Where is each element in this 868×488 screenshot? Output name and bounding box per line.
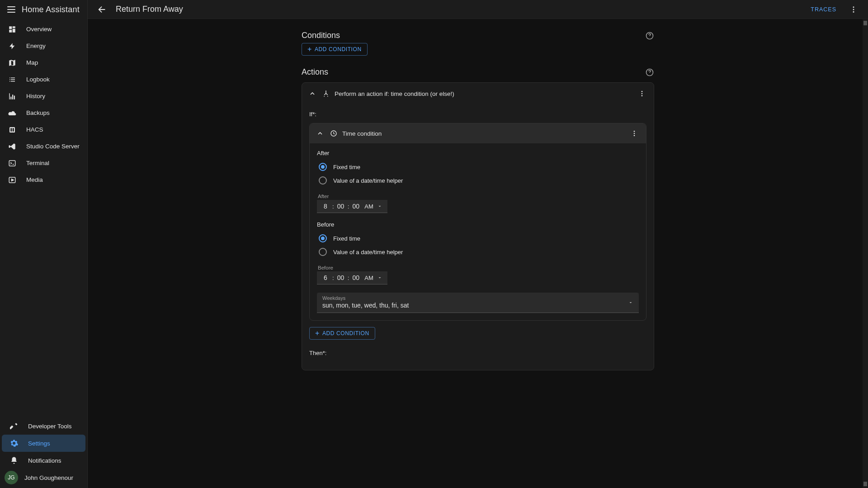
inner-add-condition-label: ADD CONDITION [322, 330, 369, 336]
radio-unchecked-icon [319, 248, 327, 256]
weekdays-label: Weekdays [322, 295, 633, 301]
sidebar-item-history[interactable]: History [0, 88, 87, 104]
add-condition-label: ADD CONDITION [315, 46, 362, 52]
radio-label: Fixed time [333, 164, 360, 171]
sidebar-item-logbook[interactable]: Logbook [0, 71, 87, 88]
sidebar-item-backups[interactable]: Backups [0, 104, 87, 121]
menu-toggle-icon[interactable] [7, 6, 15, 13]
bolt-icon [7, 43, 17, 50]
svg-rect-7 [9, 161, 15, 166]
weekdays-value: sun, mon, tue, wed, thu, fri, sat [322, 302, 633, 309]
if-label: If*: [309, 111, 646, 118]
gear-icon [9, 439, 19, 448]
avatar-icon: JG [5, 471, 18, 484]
after-helper-radio[interactable]: Value of a date/time helper [317, 174, 639, 187]
sidebar-item-label: Overview [26, 26, 52, 33]
content-scroll[interactable]: Conditions + ADD CONDITION Actions [88, 19, 868, 488]
time-separator: : [348, 203, 349, 210]
hacs-icon [7, 126, 17, 134]
app-bar: Return From Away TRACES [88, 0, 868, 19]
svg-point-9 [853, 6, 854, 8]
sidebar-item-notifications[interactable]: Notifications [2, 452, 85, 469]
before-hour-input[interactable] [321, 274, 330, 281]
chart-icon [7, 92, 17, 100]
svg-rect-4 [9, 127, 15, 133]
time-condition-card: Time condition After Fixed tim [309, 123, 646, 321]
collapse-button[interactable] [315, 128, 325, 138]
radio-label: Value of a date/time helper [333, 249, 403, 256]
ampm-dropdown-button[interactable] [377, 204, 382, 209]
sidebar-item-label: History [26, 93, 45, 99]
sidebar-item-label: Map [26, 59, 38, 66]
sidebar-item-label: Terminal [26, 160, 49, 166]
svg-rect-1 [13, 26, 15, 28]
page-title: Return From Away [116, 5, 183, 14]
back-button[interactable] [96, 3, 108, 16]
vscode-icon [7, 142, 17, 151]
actions-heading: Actions [302, 67, 328, 77]
sidebar-item-map[interactable]: Map [0, 54, 87, 71]
sidebar-item-label: Notifications [28, 457, 61, 464]
after-minute-input[interactable] [336, 203, 346, 210]
sidebar-item-developer-tools[interactable]: Developer Tools [2, 417, 85, 435]
after-fixed-time-radio[interactable]: Fixed time [317, 160, 639, 174]
sidebar-item-label: Developer Tools [28, 423, 72, 430]
before-helper-radio[interactable]: Value of a date/time helper [317, 245, 639, 259]
before-fixed-time-radio[interactable]: Fixed time [317, 232, 639, 245]
sidebar-user-profile[interactable]: JG John Goughenour [2, 469, 85, 486]
after-time-label: After [317, 194, 639, 199]
before-time-label: Before [317, 265, 639, 270]
scrollbar[interactable] [863, 19, 868, 488]
collapse-button[interactable] [307, 89, 317, 99]
action-card: Perform an action if: time condition (or… [302, 82, 654, 370]
after-time-input: : : AM [317, 200, 387, 213]
map-icon [7, 59, 17, 67]
sidebar-item-terminal[interactable]: Terminal [0, 155, 87, 171]
sidebar-item-media[interactable]: Media [0, 171, 87, 188]
svg-point-11 [853, 11, 854, 12]
radio-checked-icon [319, 234, 327, 242]
action-overflow-button[interactable] [636, 87, 648, 100]
before-second-input[interactable] [351, 274, 361, 281]
help-icon[interactable] [645, 31, 654, 40]
radio-checked-icon [319, 163, 327, 171]
before-label: Before [317, 221, 639, 228]
inner-add-condition-button[interactable]: + ADD CONDITION [309, 327, 375, 340]
overflow-menu-button[interactable] [847, 3, 860, 16]
action-card-title: Perform an action if: time condition (or… [335, 90, 631, 97]
wrench-icon [9, 422, 19, 430]
svg-point-19 [634, 133, 635, 134]
sidebar-item-label: HACS [26, 126, 43, 133]
condition-overflow-button[interactable] [628, 127, 641, 140]
time-separator: : [332, 275, 334, 281]
then-label: Then*: [309, 350, 646, 356]
help-icon[interactable] [645, 68, 654, 77]
after-second-input[interactable] [351, 203, 361, 210]
svg-rect-2 [13, 28, 15, 32]
sidebar-item-label: Media [26, 176, 43, 183]
before-ampm-label: AM [363, 275, 375, 281]
radio-unchecked-icon [319, 176, 327, 185]
before-minute-input[interactable] [336, 274, 346, 281]
after-label: After [317, 150, 639, 156]
bell-icon [9, 456, 19, 464]
sidebar-item-energy[interactable]: Energy [0, 38, 87, 54]
svg-rect-3 [9, 29, 12, 32]
sidebar-item-overview[interactable]: Overview [0, 21, 87, 38]
svg-point-15 [642, 93, 643, 95]
svg-point-16 [642, 95, 643, 96]
sidebar-item-studio-code[interactable]: Studio Code Server [0, 138, 87, 155]
sidebar-item-settings[interactable]: Settings [2, 435, 85, 452]
add-condition-button[interactable]: + ADD CONDITION [302, 43, 368, 56]
ampm-dropdown-button[interactable] [377, 275, 382, 280]
sidebar-item-hacs[interactable]: HACS [0, 121, 87, 138]
svg-rect-0 [9, 26, 12, 29]
weekdays-selector[interactable]: Weekdays sun, mon, tue, wed, thu, fri, s… [317, 293, 639, 313]
sidebar-item-label: Logbook [26, 76, 50, 83]
traces-button[interactable]: TRACES [811, 6, 836, 13]
svg-point-10 [853, 9, 854, 10]
app-title: Home Assistant [22, 5, 80, 14]
clock-icon [330, 129, 338, 137]
dashboard-icon [7, 25, 17, 33]
after-hour-input[interactable] [321, 203, 330, 210]
